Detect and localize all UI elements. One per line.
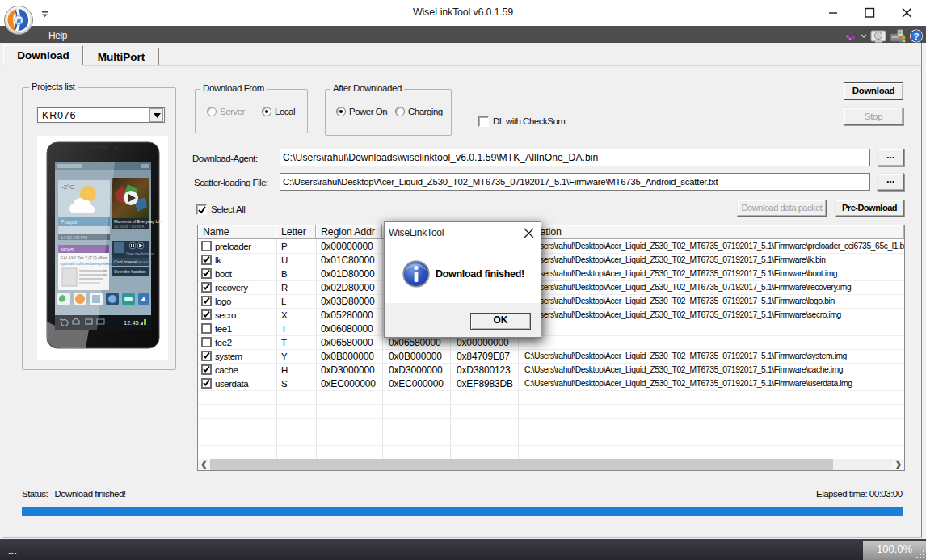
svg-text:B: B [15,17,21,25]
svg-text:Samsung: Samsung [136,260,152,264]
svg-text:Moments of Everyday Life: Moments of Everyday Life [114,219,162,224]
svg-text:12:45: 12:45 [124,319,139,326]
svg-text:Sam: Sam [139,270,147,274]
svg-text:00:29:08 / 00:45:47: 00:29:08 / 00:45:47 [114,225,146,229]
svg-text:Over the horizon: Over the horizon [126,252,154,256]
svg-text:Cool breeze: Cool breeze [114,259,137,264]
svg-text:?: ? [913,32,919,41]
